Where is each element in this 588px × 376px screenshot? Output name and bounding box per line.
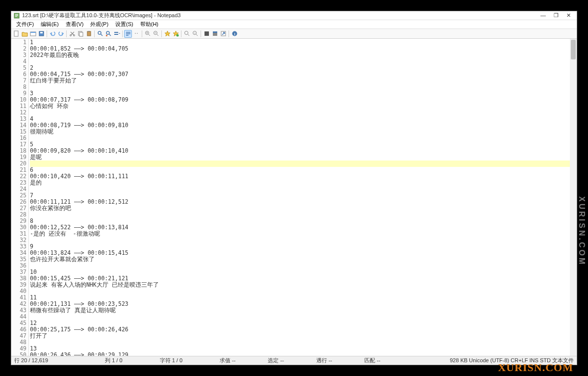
svg-rect-6 <box>30 32 36 33</box>
text-line <box>30 186 576 192</box>
menu-item[interactable]: 编辑(E) <box>38 20 62 28</box>
svg-line-32 <box>157 34 158 36</box>
zoom-out-icon[interactable] <box>152 30 160 38</box>
menu-item[interactable]: 帮助(H) <box>137 20 161 28</box>
text-line <box>30 212 576 218</box>
svg-point-35 <box>184 31 188 35</box>
menu-item[interactable]: 查看(V) <box>63 20 87 28</box>
editor-area[interactable]: 1234567891011121314151617181920212223242… <box>11 39 577 356</box>
text-line <box>30 135 576 141</box>
zoom-in-icon[interactable] <box>144 30 152 38</box>
new-file-icon[interactable] <box>12 30 20 38</box>
find-next-icon[interactable] <box>113 30 121 38</box>
launch-icon[interactable] <box>219 30 227 38</box>
title-bar: 123.srt [D:\硬字幕提取工具10.0-支持离线OCR\images] … <box>11 11 577 20</box>
about-icon[interactable]: i <box>230 30 238 38</box>
svg-rect-2 <box>15 15 18 16</box>
text-line: 说起来 有客人入场的NHK大厅 已经是暌违三年了 <box>30 282 576 288</box>
find-icon[interactable] <box>96 30 104 38</box>
text-line <box>30 288 576 295</box>
status-char: 字符 1 / 0 <box>160 357 182 364</box>
vertical-scrollbar[interactable] <box>570 39 577 356</box>
save-icon[interactable] <box>37 30 45 38</box>
watermark-bottom: XURISN.COM <box>498 361 573 374</box>
status-value: 求值 -- <box>220 357 235 364</box>
redo-icon[interactable] <box>57 30 65 38</box>
svg-rect-1 <box>15 14 18 15</box>
text-line: 打开了 <box>30 333 576 339</box>
svg-rect-24 <box>126 35 128 36</box>
text-line <box>30 161 576 167</box>
app-window: 123.srt [D:\硬字幕提取工具10.0-支持离线OCR\images] … <box>11 11 577 365</box>
cut-icon[interactable] <box>68 30 76 38</box>
zoom-fit-icon[interactable]: 1 <box>191 30 199 38</box>
text-line: 很期待呢 <box>30 129 576 135</box>
svg-rect-23 <box>126 33 130 34</box>
menu-item[interactable]: 文件(F) <box>13 20 37 28</box>
status-occurrence: 遇行 -- <box>316 357 332 364</box>
close-button[interactable]: ✕ <box>566 12 571 19</box>
text-line: 稍微有些躁动了 真是让人期待呢 <box>30 307 576 314</box>
svg-line-18 <box>109 34 111 36</box>
svg-rect-12 <box>79 32 83 36</box>
svg-rect-3 <box>15 16 17 17</box>
text-line <box>30 263 576 269</box>
paste-icon[interactable] <box>85 30 93 38</box>
text-line <box>30 314 576 320</box>
svg-rect-8 <box>40 32 43 33</box>
svg-rect-14 <box>88 31 90 32</box>
zoom-reset-icon[interactable] <box>183 30 191 38</box>
status-match: 匹配 -- <box>364 357 380 364</box>
text-content[interactable]: 100:00:01,852 ——> 00:00:04,7052022年最后的夜晚… <box>29 39 577 356</box>
status-column: 列 1 / 0 <box>105 357 122 364</box>
svg-text:i: i <box>234 32 235 36</box>
text-line <box>30 58 576 65</box>
replace-icon[interactable] <box>104 30 112 38</box>
text-line: 00:00:12,522 ——> 00:00:13,814 <box>30 224 576 231</box>
text-line <box>30 84 576 90</box>
undo-icon[interactable] <box>49 30 56 38</box>
svg-rect-13 <box>87 31 91 36</box>
text-line: 心情如何 环奈 <box>30 103 576 109</box>
text-line: 00:00:08,719 ——> 00:00:09,810 <box>30 122 576 129</box>
svg-line-16 <box>101 34 102 36</box>
text-line: 00:00:13,824 ——> 00:00:15,415 <box>30 250 576 256</box>
text-line: 红白终于要开始了 <box>30 78 576 84</box>
text-line: 00:00:25,175 ——> 00:00:26,426 <box>30 326 576 333</box>
svg-point-25 <box>135 33 136 34</box>
word-wrap-icon[interactable] <box>124 30 132 38</box>
open-file-icon[interactable] <box>21 30 28 38</box>
show-whitespace-icon[interactable] <box>132 30 140 38</box>
minimize-button[interactable]: — <box>540 12 546 19</box>
svg-line-28 <box>149 34 150 36</box>
scheme-icon[interactable] <box>203 30 210 38</box>
window-title: 123.srt [D:\硬字幕提取工具10.0-支持离线OCR\images] … <box>22 12 540 19</box>
menu-item[interactable]: 外观(P) <box>87 20 111 28</box>
bookmark-add-icon[interactable] <box>172 30 179 38</box>
customize-icon[interactable] <box>211 30 219 38</box>
copy-icon[interactable] <box>77 30 84 38</box>
toolbar: 1 i <box>11 29 577 39</box>
text-line: 也许拉开大幕就会紧张了 <box>30 256 576 263</box>
status-bar: 行 20 / 12,619 列 1 / 0 字符 1 / 0 求值 -- 选定 … <box>11 356 577 365</box>
status-selection: 选定 -- <box>268 357 283 364</box>
text-line: 00:00:01,852 ——> 00:00:04,705 <box>30 46 576 52</box>
svg-rect-19 <box>106 35 107 36</box>
svg-rect-20 <box>114 32 118 33</box>
svg-point-26 <box>137 33 138 34</box>
text-line <box>30 339 576 346</box>
scrollbar-thumb[interactable] <box>571 40 576 59</box>
text-line: 2022年最后的夜晚 <box>30 52 576 58</box>
bookmark-icon[interactable] <box>163 30 171 38</box>
maximize-button[interactable]: ❐ <box>554 12 559 19</box>
watermark-side: XURISN.COM <box>577 196 586 266</box>
app-icon <box>13 12 20 19</box>
text-line: -是的 还没有 -很激动呢 <box>30 231 576 237</box>
svg-rect-21 <box>114 34 118 35</box>
text-line: 是呢 <box>30 154 576 161</box>
svg-point-15 <box>98 31 101 34</box>
browse-icon[interactable] <box>29 30 37 38</box>
text-line: 00:00:09,820 ——> 00:00:10,410 <box>30 148 576 154</box>
menu-item[interactable]: 设置(S) <box>112 20 136 28</box>
text-line: 00:00:10,420 ——> 00:00:11,111 <box>30 173 576 180</box>
